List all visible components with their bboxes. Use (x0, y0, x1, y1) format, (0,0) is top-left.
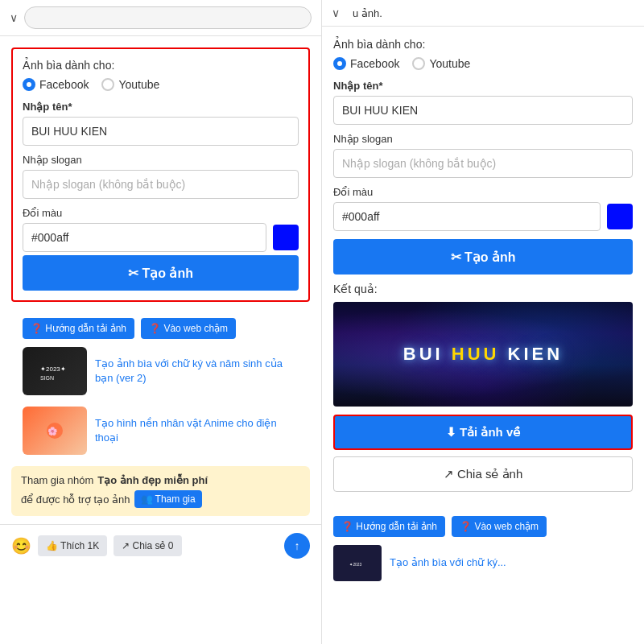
guide-link-left[interactable]: ❓ Hướng dẫn tải ảnh (23, 318, 134, 339)
right-articles: ✦2023 Tạo ảnh bìa với chữ ký... (322, 545, 644, 581)
back-chevron-icon[interactable]: ∨ (10, 11, 18, 24)
emoji-icon: 😊 (11, 536, 31, 555)
action-links-left: ❓ Hướng dẫn tải ảnh ❓ Vào web chậm (11, 310, 310, 347)
create-btn-right[interactable]: ✂ Tạo ảnh (333, 239, 633, 275)
radio-circle-youtube-left (101, 78, 114, 91)
article-title-1[interactable]: Tạo ảnh bìa với chữ ký và năm sinh của b… (95, 357, 299, 386)
color-swatch-left[interactable] (273, 225, 299, 250)
action-links-right: ❓ Hướng dẫn tải ảnh ❓ Vào web chậm (322, 508, 644, 545)
svg-text:✦2023✦: ✦2023✦ (40, 365, 66, 373)
slow-web-link-left[interactable]: ❓ Vào web chậm (141, 318, 236, 339)
slow-web-link-right[interactable]: ❓ Vào web chậm (452, 516, 547, 537)
slogan-input-left[interactable] (23, 170, 299, 199)
form-container-left: Ảnh bìa dành cho: Facebook Youtube Nhập … (11, 47, 310, 302)
article-thumb-1: ✦2023✦ SIGN (23, 347, 87, 395)
share-btn-bottom[interactable]: ↗ Chia sẻ 0 (114, 535, 181, 556)
right-top-bar: ∨ u ảnh. (322, 0, 644, 27)
articles-left: ✦2023✦ SIGN Tạo ảnh bìa với chữ ký và nă… (11, 347, 310, 455)
promo-section-left: Tham gia nhóm Tạo ảnh đẹp miễn phí để đư… (11, 466, 310, 516)
back-chevron-icon-right[interactable]: ∨ (332, 6, 340, 19)
radio-circle-youtube-right (412, 57, 425, 70)
radio-facebook-right[interactable]: Facebook (333, 57, 399, 70)
svg-text:SIGN: SIGN (40, 375, 54, 381)
slogan-input-right[interactable] (333, 149, 633, 178)
radio-facebook-left[interactable]: Facebook (23, 78, 89, 91)
right-form-section: Ảnh bìa dành cho: Facebook Youtube Nhập … (322, 27, 644, 275)
name-label-right: Nhập tên* (333, 80, 633, 92)
color-row-right (333, 202, 633, 231)
promo-text1: Tham gia nhóm (21, 474, 93, 486)
radio-youtube-label-left: Youtube (118, 78, 159, 91)
color-label-right: Đổi màu (333, 186, 633, 198)
url-bar-left[interactable] (24, 6, 312, 29)
radio-facebook-label-left: Facebook (39, 78, 89, 91)
radio-youtube-left[interactable]: Youtube (101, 78, 159, 91)
radio-group-left: Facebook Youtube (23, 78, 299, 91)
section-title-right: Ảnh bìa dành cho: (333, 38, 633, 51)
slogan-label-left: Nhập slogan (23, 154, 299, 166)
article-title-2[interactable]: Tạo hình nền nhân vật Anime cho điện tho… (95, 416, 299, 445)
name-input-left[interactable] (23, 117, 299, 146)
promo-text2: để được hỗ trợ tạo ảnh (21, 493, 130, 506)
like-btn[interactable]: 👍 Thích 1K (38, 535, 107, 556)
color-label-left: Đổi màu (23, 207, 299, 219)
result-section: Kết quả: BUI HUU KIEN ⬇ Tải ảnh về ↗ Chi… (322, 275, 644, 508)
left-panel: ∨ Ảnh bìa dành cho: Facebook Youtube Nhậ (0, 0, 322, 644)
bottom-actions-left: 😊 👍 Thích 1K ↗ Chia sẻ 0 ↑ (0, 524, 321, 567)
right-article-thumb-1: ✦2023 (333, 545, 382, 581)
right-panel: ∨ u ảnh. Ảnh bìa dành cho: Facebook Yout… (322, 0, 644, 644)
svg-text:✦2023: ✦2023 (349, 563, 361, 567)
result-text: BUI HUU KIEN (403, 344, 563, 365)
join-btn-left[interactable]: 👥 Tham gia (134, 490, 202, 508)
create-btn-left[interactable]: ✂ Tạo ảnh (23, 255, 299, 291)
right-article-item-1: ✦2023 Tạo ảnh bìa với chữ ký... (333, 545, 633, 581)
svg-text:🌸: 🌸 (47, 426, 58, 436)
url-text-right: u ảnh. (346, 7, 382, 19)
radio-circle-facebook-right (333, 57, 346, 70)
radio-youtube-label-right: Youtube (429, 57, 470, 70)
article-item-2: 🌸 Tạo hình nền nhân vật Anime cho điện t… (23, 407, 299, 455)
color-input-left[interactable] (23, 223, 266, 252)
result-label: Kết quả: (333, 283, 633, 295)
result-image: BUI HUU KIEN (333, 302, 633, 407)
slogan-label-right: Nhập slogan (333, 133, 633, 145)
scroll-top-btn-left[interactable]: ↑ (284, 533, 310, 559)
article-thumb-2: 🌸 (23, 407, 87, 455)
promo-bold-text: Tạo ảnh đẹp miễn phí (97, 474, 208, 486)
share-image-btn[interactable]: ↗ Chia sẻ ảnh (333, 456, 633, 492)
radio-circle-facebook-left (23, 78, 35, 91)
color-input-right[interactable] (333, 202, 601, 231)
guide-link-right[interactable]: ❓ Hướng dẫn tải ảnh (333, 516, 445, 537)
radio-facebook-label-right: Facebook (350, 57, 399, 70)
left-main-content: Ảnh bìa dành cho: Facebook Youtube Nhập … (0, 36, 321, 455)
radio-group-right: Facebook Youtube (333, 57, 633, 70)
section-title-left: Ảnh bìa dành cho: (23, 59, 299, 72)
article-item-1: ✦2023✦ SIGN Tạo ảnh bìa với chữ ký và nă… (23, 347, 299, 395)
name-label-left: Nhập tên* (23, 101, 299, 113)
radio-youtube-right[interactable]: Youtube (412, 57, 470, 70)
download-btn[interactable]: ⬇ Tải ảnh về (333, 415, 633, 450)
name-input-right[interactable] (333, 96, 633, 125)
color-swatch-right[interactable] (607, 204, 633, 229)
right-article-title-1[interactable]: Tạo ảnh bìa với chữ ký... (390, 555, 506, 570)
left-top-bar: ∨ (0, 0, 321, 36)
color-row-left (23, 223, 299, 252)
